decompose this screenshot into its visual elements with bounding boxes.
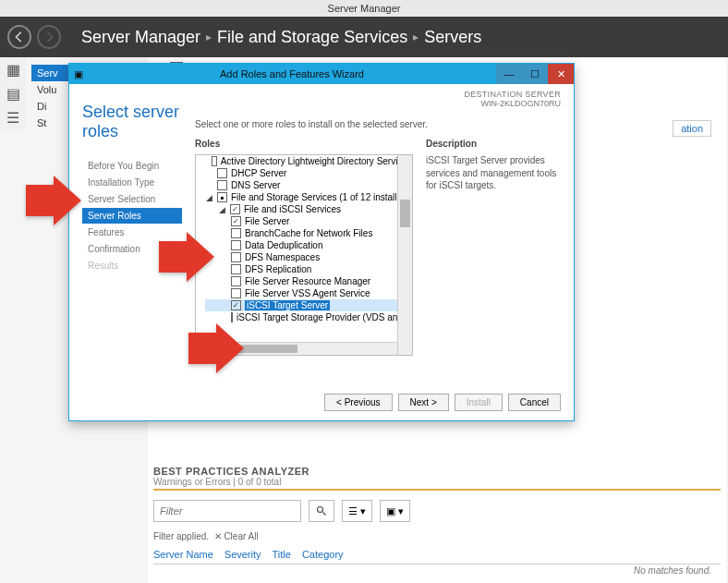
wizard-heading: Select server roles [82,103,182,141]
bpa-col-title[interactable]: Title [273,549,291,560]
role-adlds[interactable]: Active Directory Lightweight Directory S… [205,155,412,167]
breadcrumb-root[interactable]: Server Manager [81,28,200,47]
role-dns[interactable]: DNS Server [205,179,412,191]
role-dfs-rep[interactable]: DFS Replication [205,263,412,275]
wizard-button-row: < Previous Next > Install Cancel [324,394,561,411]
description-text: iSCSI Target Server provides services an… [426,154,561,192]
install-button: Install [455,394,503,411]
role-vss-agent[interactable]: File Server VSS Agent Service [205,287,412,299]
bpa-view-dropdown[interactable]: ☰ ▾ [342,500,372,522]
nav-forward-button[interactable] [37,25,61,49]
bpa-no-matches: No matches found. [634,565,711,576]
role-file-storage[interactable]: ◢File and Storage Services (1 of 12 inst… [205,191,412,203]
maximize-button[interactable]: ☐ [522,64,548,84]
destination-server: DESTINATION SERVER WIN-2KLDOGN70RU [464,90,561,108]
breadcrumb-level2[interactable]: Servers [424,28,481,47]
window-title: Server Manager [328,3,401,14]
bpa-filter-applied: Filter applied. ✕ Clear All [153,531,721,541]
roles-label: Roles [195,139,413,149]
wizard-dialog: ▣ Add Roles and Features Wizard — ☐ ✕ Se… [68,63,575,421]
breadcrumb-level1[interactable]: File and Storage Services [217,28,407,47]
role-dhcp[interactable]: DHCP Server [205,167,412,179]
arrow-right-icon [42,30,55,43]
app-header: Server Manager ▸ File and Storage Servic… [0,17,728,57]
iconstrip-item-servers[interactable]: ▤ [0,81,26,105]
bpa-options-dropdown[interactable]: ▣ ▾ [380,500,410,522]
role-file-iscsi[interactable]: ◢File and iSCSI Services [205,203,412,215]
annotation-arrow-2 [159,232,214,282]
close-button[interactable]: ✕ [548,64,574,84]
bpa-search-button[interactable] [309,500,334,522]
bpa-title: BEST PRACTICES ANALYZER [153,466,721,477]
role-branchcache[interactable]: BranchCache for Network Files [205,227,412,239]
cancel-button[interactable]: Cancel [508,394,561,411]
annotation-arrow-1 [26,176,81,225]
iconstrip-item-storage[interactable]: ☰ [0,105,26,129]
svg-point-0 [318,507,323,513]
bpa-filter-input[interactable] [153,500,301,522]
bpa-column-headers: Server Name Severity Title Category [153,549,721,565]
bpa-clear-all[interactable]: Clear All [224,531,258,541]
svg-marker-1 [26,176,81,225]
previous-button[interactable]: < Previous [324,394,393,411]
wizard-app-icon: ▣ [69,68,88,80]
role-file-server[interactable]: File Server [205,215,412,227]
next-button[interactable]: Next > [398,394,449,411]
bpa-applied-label: Filter applied. [153,531,209,541]
wizard-content: DESTINATION SERVER WIN-2KLDOGN70RU Selec… [189,84,574,420]
bpa-col-servername[interactable]: Server Name [153,549,213,560]
role-dedup[interactable]: Data Deduplication [205,239,412,251]
wizard-title: Add Roles and Features Wizard [88,68,496,79]
side-action-button[interactable]: ation [673,120,711,137]
step-server-selection[interactable]: Server Selection [82,191,182,207]
wizard-titlebar[interactable]: ▣ Add Roles and Features Wizard — ☐ ✕ [69,64,574,84]
bpa-subtitle: Warnings or Errors | 0 of 0 total [153,477,721,491]
vertical-scrollbar[interactable] [397,155,412,355]
step-server-roles[interactable]: Server Roles [82,208,182,224]
window-titlebar: Server Manager [0,0,728,17]
destination-label: DESTINATION SERVER [464,90,561,99]
destination-value: WIN-2KLDOGN70RU [464,99,561,108]
annotation-arrow-3 [188,323,244,373]
role-iscsi-target-server[interactable]: iSCSI Target Server [205,299,412,311]
step-installation-type[interactable]: Installation Type [82,175,182,190]
minimize-button[interactable]: — [496,64,522,84]
role-fsrm[interactable]: File Server Resource Manager [205,275,412,287]
svg-marker-3 [188,323,244,373]
chevron-right-icon: ▸ [206,30,212,43]
nav-back-button[interactable] [7,25,31,49]
bpa-col-category[interactable]: Category [302,549,344,560]
breadcrumb: Server Manager ▸ File and Storage Servic… [81,28,481,47]
arrow-left-icon [13,30,26,43]
role-iscsi-storage-provider[interactable]: iSCSI Target Storage Provider (VDS and V… [205,311,412,323]
role-dfs-ns[interactable]: DFS Namespaces [205,251,412,263]
description-label: Description [426,139,561,149]
iconstrip-item-overview[interactable]: ▦ [0,57,26,81]
step-before-you-begin[interactable]: Before You Begin [82,158,182,174]
bpa-panel: BEST PRACTICES ANALYZER Warnings or Erro… [153,466,721,565]
svg-marker-2 [159,232,214,282]
search-icon [316,505,327,516]
bpa-col-severity[interactable]: Severity [224,549,261,560]
icon-strip: ▦ ▤ ☰ [0,57,26,129]
wizard-instruction: Select one or more roles to install on t… [195,119,561,129]
chevron-right-icon: ▸ [413,30,419,43]
description-column: Description iSCSI Target Server provides… [426,139,561,356]
bpa-filter-row: ☰ ▾ ▣ ▾ [153,500,721,522]
